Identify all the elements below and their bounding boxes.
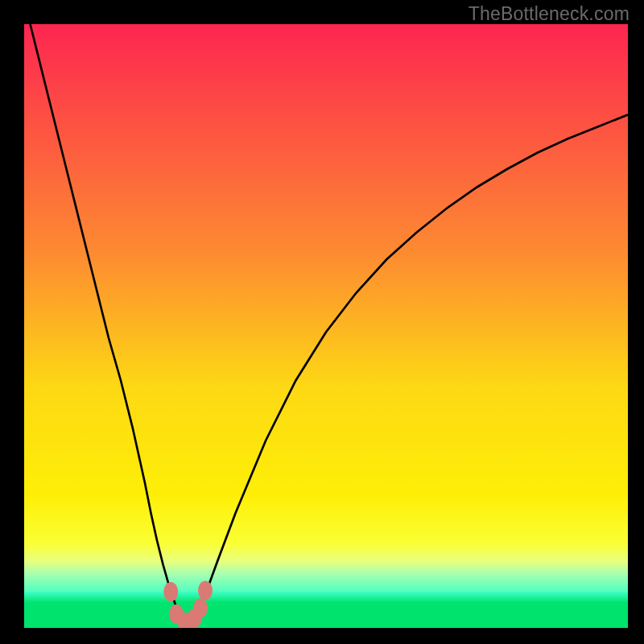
- curve-layer: [24, 24, 628, 628]
- trough-marker-4: [193, 598, 208, 617]
- trough-markers: [163, 581, 213, 629]
- trough-marker-5: [198, 581, 213, 601]
- plot-area: [24, 24, 628, 628]
- chart-stage: TheBottleneck.com: [0, 0, 644, 644]
- trough-marker-0: [163, 582, 178, 601]
- watermark-text: TheBottleneck.com: [469, 3, 630, 25]
- bottleneck-curve: [31, 24, 629, 622]
